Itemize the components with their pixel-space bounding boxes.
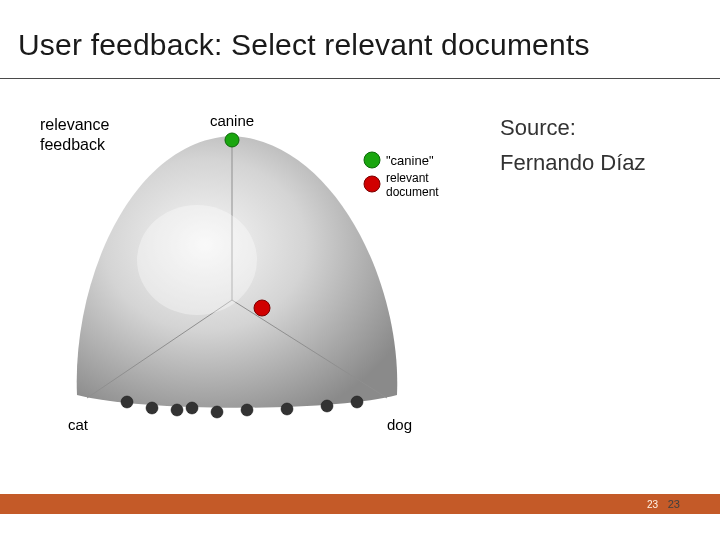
sphere-svg: relevance feedback canine cat dog [32,100,492,450]
axis-label-canine: canine [210,112,254,129]
relevant-point [254,300,270,316]
figure-heading-line1: relevance [40,116,109,133]
axis-label-dog: dog [387,416,412,433]
legend-relevant-dot [364,176,380,192]
page-number-in-bar: 23 [647,499,658,510]
svg-point-3 [186,402,198,414]
source-name: Fernando Díaz [500,145,700,180]
source-block: Source: Fernando Díaz [500,110,700,180]
query-point [225,133,239,147]
sphere-highlight [137,205,257,315]
slide-title: User feedback: Select relevant documents [18,28,702,62]
svg-point-7 [321,400,333,412]
page-number: 23 [668,498,680,510]
slide: User feedback: Select relevant documents… [0,0,720,540]
source-label: Source: [500,110,700,145]
title-area: User feedback: Select relevant documents [18,28,702,62]
svg-point-4 [211,406,223,418]
svg-point-1 [146,402,158,414]
title-underline [0,78,720,79]
legend-relevant-label-1: relevant [386,171,429,185]
legend: "canine" relevant document [364,152,439,199]
legend-query-label: "canine" [386,153,434,168]
legend-query-dot [364,152,380,168]
svg-point-8 [351,396,363,408]
svg-point-2 [171,404,183,416]
footer-bar [0,494,720,514]
legend-relevant-label-2: document [386,185,439,199]
figure-heading-line2: feedback [40,136,106,153]
svg-point-6 [281,403,293,415]
svg-point-5 [241,404,253,416]
figure-sphere-diagram: relevance feedback canine cat dog [32,100,492,450]
svg-point-0 [121,396,133,408]
axis-label-cat: cat [68,416,89,433]
